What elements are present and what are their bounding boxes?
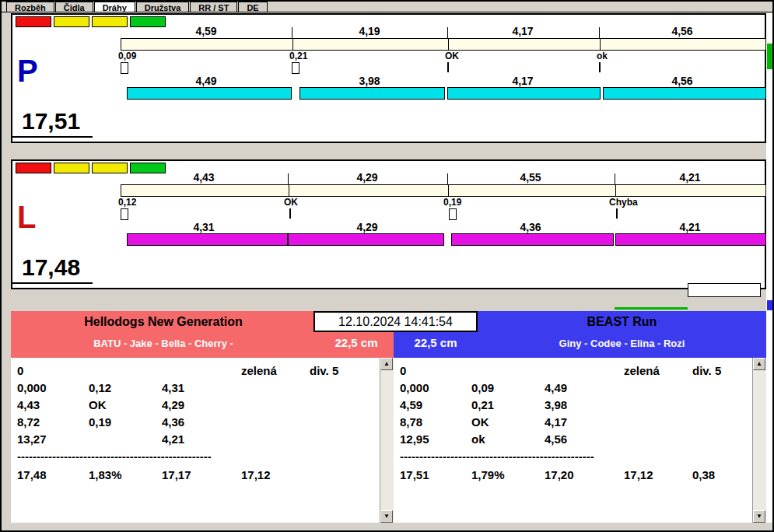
timing-app-window: Rozběh Čidla Dráhy Družstva RR / ST DE P…: [0, 0, 774, 532]
scrollbar[interactable]: ▲ ▼: [752, 358, 766, 523]
cum-time: 4,43: [17, 398, 40, 411]
split-value: 4,29: [162, 398, 184, 411]
split-value: 3,98: [545, 398, 567, 411]
split-bar-segment: [127, 233, 288, 246]
scrollbar[interactable]: ▲ ▼: [380, 358, 394, 523]
result-row: 12,95 ok 4,56: [394, 432, 766, 448]
segment-tick: [447, 173, 448, 184]
tab-druzstva[interactable]: Družstva: [136, 2, 189, 12]
cross-mark-label: 0,19: [443, 197, 461, 208]
sensor-bar-l: [121, 184, 766, 197]
light-green-icon: [130, 163, 166, 173]
cum-time: 13,27: [17, 432, 47, 446]
segment-tick: [292, 27, 292, 38]
scroll-down-button[interactable]: ▼: [380, 510, 393, 523]
green-indicator-line: [615, 307, 688, 310]
bar-divider: [615, 185, 616, 196]
total-diff: 0,38: [692, 468, 715, 481]
cross-mark-label: OK: [284, 197, 298, 208]
team-right-results: 0 zelená div. 5 0,000 0,09 4,49 4,59 0,2…: [394, 358, 766, 523]
lane-letter-l: L: [17, 201, 36, 233]
light-red-icon: [16, 163, 51, 173]
scroll-up-button[interactable]: ▲: [753, 358, 765, 370]
cross-mark-label: 0,09: [118, 51, 136, 61]
status-row: 0 zelená div. 5: [11, 364, 394, 380]
fault-marker-box: [449, 208, 457, 220]
split-bar-segment: [603, 87, 766, 100]
total-time: 17,48: [17, 468, 47, 481]
cum-time: 8,72: [17, 415, 40, 429]
status-row: 0 zelená div. 5: [394, 364, 766, 380]
split-time: 4,36: [507, 221, 554, 233]
total-pct: 1,79%: [471, 468, 505, 481]
total-ref: 17,12: [241, 468, 271, 481]
light-yellow2-icon: [92, 16, 128, 27]
totals-row: 17,48 1,83% 17,17 17,12: [11, 468, 394, 484]
totals-row: 17,51 1,79% 17,20 17,12 0,38: [394, 468, 766, 484]
result-row: 4,59 0,21 3,98: [394, 398, 766, 414]
total-pct: 1,83%: [89, 468, 122, 481]
bar-divider: [448, 39, 449, 50]
split-value: 4,36: [162, 415, 184, 429]
scroll-down-button[interactable]: ▼: [753, 510, 765, 523]
split-time: 4,17: [499, 75, 546, 87]
cum-time: 0,000: [17, 381, 47, 394]
split-value: 4,56: [545, 432, 567, 446]
team-right-dogs: Giny - Codee - Elina - Rozi: [478, 338, 766, 349]
bar-divider: [448, 185, 449, 196]
light-green-icon: [130, 16, 166, 27]
separator-row: ----------------------------------------…: [11, 450, 394, 465]
segment-tick: [447, 27, 448, 38]
sensor-time: 4,17: [499, 25, 546, 37]
cross-mark-label: 0,12: [118, 197, 136, 208]
sensor-time: 4,55: [507, 171, 554, 184]
result-row: 0,000 0,09 4,49: [394, 381, 766, 397]
scroll-up-button[interactable]: ▲: [380, 358, 393, 370]
split-time: 4,49: [183, 75, 229, 87]
split-time: 4,56: [659, 75, 706, 87]
team-right-name: BEAST Run: [478, 315, 766, 329]
separator-dashes: ----------------------------------------…: [400, 450, 622, 463]
team-left-dogs: BATU - Jake - Bella - Cherry -: [11, 338, 316, 349]
segment-tick: [288, 173, 289, 184]
division-label: div. 5: [310, 364, 338, 377]
total-sum: 17,20: [545, 468, 574, 481]
cross-mark-label: ok: [597, 51, 608, 61]
start-lights-l: [16, 163, 166, 173]
cum-time: 12,95: [400, 432, 429, 446]
ok-marker-line: [289, 208, 291, 219]
fault-marker-box: [121, 62, 128, 74]
split-bar-segment: [299, 87, 445, 100]
sensor-time: 4,29: [344, 171, 391, 184]
cum-time: 4,59: [400, 398, 422, 411]
cross-value: ok: [471, 432, 485, 446]
tab-rr-st[interactable]: RR / ST: [190, 2, 237, 12]
tab-rozbeh[interactable]: Rozběh: [6, 2, 54, 12]
cross-mark-label: Chyba: [609, 197, 638, 208]
split-value: 4,21: [162, 432, 184, 446]
lane-panel-p: P 4,59 4,19 4,17 4,56 0,09 0,21 OK ok 4,…: [11, 13, 766, 143]
result-row: 0,000 0,12 4,31: [11, 381, 394, 397]
sensor-time: 4,19: [346, 25, 393, 37]
tab-de[interactable]: DE: [238, 2, 267, 12]
separator-dashes: ----------------------------------------…: [17, 450, 240, 463]
light-status: zelená: [241, 364, 277, 377]
split-time: 4,21: [667, 221, 713, 233]
result-row: 13,27 4,21: [11, 432, 394, 448]
split-value: 4,49: [545, 381, 567, 394]
ok-marker-line: [616, 208, 618, 219]
team-left-results: 0 zelená div. 5 0,000 0,12 4,31 4,43 OK …: [11, 358, 394, 523]
start-value: 0: [17, 364, 23, 377]
lane-total-time-p: 17,51: [12, 108, 93, 138]
tab-drahy[interactable]: Dráhy: [94, 2, 135, 12]
split-bar-segment: [127, 87, 292, 100]
edge-green-indicator: [767, 44, 772, 69]
total-time: 17,51: [400, 468, 429, 481]
tab-cidla[interactable]: Čidla: [55, 2, 93, 12]
bar-divider: [292, 39, 293, 50]
split-bar-segment: [447, 87, 601, 100]
start-value: 0: [400, 364, 406, 377]
team-left-jump-height: 22,5 cm: [320, 336, 392, 349]
split-bar-segment: [288, 233, 444, 246]
fault-marker-box: [121, 208, 128, 220]
